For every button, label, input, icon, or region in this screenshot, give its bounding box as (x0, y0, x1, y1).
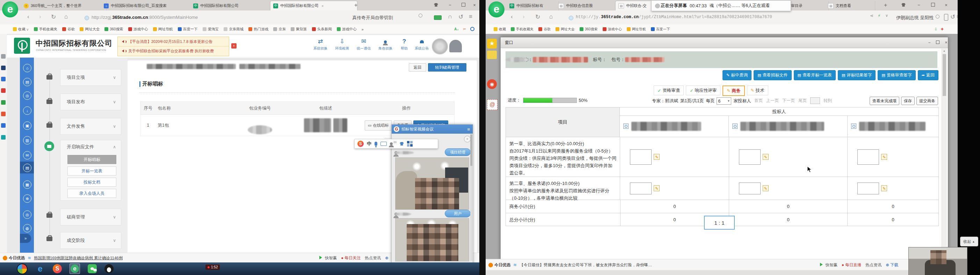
return-button[interactable]: ➦返回 (918, 70, 939, 80)
role-badge-user[interactable]: 用户 (445, 210, 471, 217)
bidder-header-1[interactable] (620, 116, 729, 136)
view-tender-doc-button[interactable]: ▤查看招标文件 (754, 70, 791, 80)
new-tab-button[interactable]: + (354, 2, 357, 8)
skin-button[interactable] (433, 2, 439, 8)
new-tab-button[interactable]: + (884, 2, 887, 8)
pager-prev[interactable]: 上一页 (766, 98, 779, 104)
result-sign-button[interactable]: ▤评标结果签字 (838, 70, 875, 80)
bookmarks-overflow[interactable]: » (362, 27, 364, 32)
bookmark-item[interactable]: 网址大全 (555, 27, 575, 32)
popup-restore-icon[interactable] (934, 40, 942, 46)
edit-note-icon[interactable]: ✎ (763, 154, 768, 160)
bookmark-item[interactable]: 网址导航 (153, 27, 173, 32)
search-icon[interactable] (935, 13, 939, 20)
sidebar-building-icon[interactable]: ▥ (23, 136, 32, 144)
ticker-brand[interactable]: 今日优选 (488, 262, 511, 268)
submit-commercial-button[interactable]: 提交商务 (916, 97, 938, 105)
sidebar-target-icon[interactable]: ◍ (23, 224, 32, 232)
close-button[interactable]: × (471, 2, 478, 8)
share-icon[interactable]: ⋖ (870, 13, 873, 18)
tab-commercial-active[interactable]: ✎商务 (722, 85, 745, 96)
quick-win-link[interactable]: 快智赢 (820, 262, 838, 268)
dock-at-icon[interactable]: @ (487, 100, 498, 110)
score-input[interactable] (630, 183, 652, 194)
save-button[interactable]: 保存 (901, 97, 915, 105)
popup-scrollbar[interactable]: ▲ (942, 49, 947, 258)
dock-icon[interactable] (1, 135, 6, 140)
sidebar-folder-icon-active[interactable]: ▤ (23, 164, 32, 172)
sidebar-message-icon[interactable]: ✉ (23, 151, 32, 160)
download-link[interactable]: ⊕ 下载 (886, 262, 898, 268)
skin-button[interactable] (900, 2, 907, 8)
menu-project-publish[interactable]: 项目发布∨ (60, 93, 121, 110)
tab-zhongzhao-info[interactable]: ▤中招联合信息股 (555, 1, 619, 11)
toolbox-grid-icon[interactable] (407, 141, 409, 144)
menu-project-initiation[interactable]: 项目立项∨ (60, 69, 121, 86)
view-bid-summary-button[interactable]: ▤查看开标一览表 (794, 70, 836, 80)
pager-first[interactable]: 首页 (754, 98, 763, 104)
score-input[interactable] (739, 149, 760, 165)
popup-close-icon[interactable]: × (942, 40, 950, 46)
pager-goto[interactable]: 转到 (824, 98, 832, 104)
screen-share-banner[interactable]: 正在分享屏幕 00:47:33 魂（中招公…… 等6人正在观看 (651, 0, 791, 11)
tab-responsiveness[interactable]: ✓响应性评审 (686, 85, 721, 95)
ticker-news-link[interactable]: 【今日最佳】劈腿男友去女友公司等下班，被女友摔弃当众打脸，身份曝… (520, 262, 652, 268)
ticker-news-link[interactable]: 韩国新增169例新冠肺炎确诊病例 累计确诊1146例 (34, 256, 123, 261)
ime-mode-chinese[interactable]: 中 (367, 141, 371, 147)
bookmark-item[interactable]: 网址导航 (627, 27, 646, 32)
browser-360-logo[interactable]: e (2, 2, 18, 17)
url-text[interactable]: http://jy.365trade.com.cn/jypt/ZtbMainHo… (576, 15, 772, 19)
pager-next[interactable]: 下一页 (782, 98, 795, 104)
site-security-icon[interactable] (569, 16, 573, 20)
bookmark-item[interactable]: 360搜索 (105, 27, 123, 32)
video-close-icon[interactable]: × (464, 136, 471, 142)
submenu-bid-opening[interactable]: 开标唱标 (67, 155, 116, 164)
taskbar-sogou-icon[interactable]: S (53, 264, 62, 273)
nav-role-switch[interactable]: 角色切换 (375, 38, 396, 51)
bookmark-item[interactable]: 收藏 (494, 27, 506, 32)
home-icon[interactable]: ⌂ (549, 13, 553, 20)
undo-icon[interactable]: ↺ (950, 13, 955, 21)
tab-doc-view[interactable]: ▤文档查看 (825, 1, 875, 11)
tab-close-icon[interactable]: × (321, 4, 323, 8)
tab-review-catalog[interactable]: 评审目录 (784, 1, 829, 11)
daily-follow-link[interactable]: ● 每日关注 (341, 256, 361, 261)
clear-icon[interactable]: ✚ (941, 27, 943, 31)
view-unfinished-button[interactable]: 查看未完成项 (870, 97, 899, 105)
dock-note-icon[interactable] (487, 51, 497, 59)
tab-360-nav[interactable]: +360导航_一个主页，整个世界 (21, 1, 107, 11)
magnifier-icon[interactable] (732, 123, 738, 129)
tab-cntc-active[interactable]: 中中招国际招标有限公司× (270, 1, 357, 11)
daily-live-link[interactable]: ● 每日直播 (842, 262, 861, 268)
dock-icon[interactable] (1, 77, 6, 81)
pager-last[interactable]: 尾页 (798, 98, 807, 104)
sidebar-download-icon[interactable]: ↓ (23, 106, 32, 115)
score-input[interactable] (630, 149, 652, 165)
search-icon[interactable] (418, 13, 422, 19)
video-window-titlebar[interactable]: G 招标智采视频会议 ≡ (391, 125, 473, 134)
bookmark-item[interactable]: 游戏中心 (603, 27, 622, 32)
submenu-bid-summary[interactable]: 开标一览表 (67, 166, 116, 175)
menu-open-response-header[interactable]: 开启响应文件∧ (60, 140, 121, 153)
screenshot-scissors-icon[interactable]: ✂ (463, 27, 466, 32)
forward-icon[interactable]: › (523, 13, 525, 20)
home-icon[interactable]: ⌂ (64, 13, 68, 20)
minimize-button[interactable]: − (915, 2, 922, 8)
submenu-bid-docs[interactable]: 投标文档 (67, 178, 116, 187)
score-input[interactable] (858, 149, 879, 165)
refresh-icon[interactable]: ↻ (535, 13, 540, 21)
video-scrollbar[interactable] (470, 134, 473, 261)
bookmark-item[interactable]: 头条新闻 (312, 27, 332, 32)
restore-button[interactable] (929, 2, 936, 8)
edit-note-icon[interactable]: ✎ (881, 185, 887, 191)
tab-cntc[interactable]: 中中招国际招标有限公司 (191, 1, 276, 11)
dock-icon[interactable] (1, 66, 6, 70)
sogou-logo-icon[interactable]: S (357, 141, 364, 147)
sidebar-home-icon[interactable]: ⌂ (23, 64, 32, 72)
sidebar-circle-icon[interactable]: ◎ (23, 92, 32, 100)
bookmark-item[interactable]: 网址大全 (80, 27, 100, 32)
menu-file-sale[interactable]: 文件发售∨ (60, 118, 121, 135)
menu-icon[interactable]: ≡ (467, 127, 470, 132)
taskbar-wechat-icon[interactable] (88, 264, 97, 273)
dropdown-icon[interactable]: ∨ (885, 13, 888, 18)
